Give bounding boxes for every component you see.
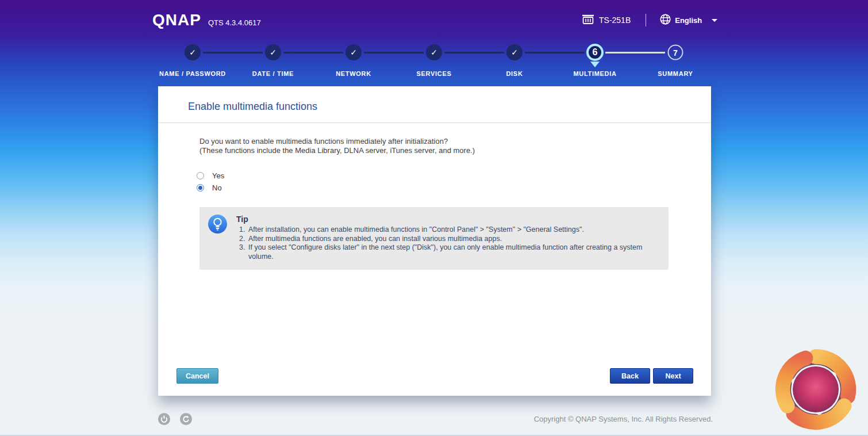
chevron-down-icon	[712, 19, 717, 22]
header-right: TS-251B English	[582, 13, 717, 28]
question-line-2: (These functions include the Media Libra…	[199, 146, 669, 155]
tip-list: After installation, you can enable multi…	[236, 225, 655, 261]
wizard-step-disk: ✓ DISK	[474, 41, 555, 77]
step-label: MULTIMEDIA	[555, 70, 635, 77]
lightbulb-icon	[208, 215, 227, 236]
step-connector	[283, 52, 343, 53]
page-title: Enable multimedia functions	[158, 86, 711, 123]
wizard-step-multimedia: 6 MULTIMEDIA	[555, 41, 635, 77]
wizard-step-network: ✓ NETWORK	[313, 41, 394, 77]
wizard-step-date-time: ✓ DATE / TIME	[233, 41, 313, 77]
title-divider	[158, 123, 711, 123]
radio-option-yes[interactable]: Yes	[197, 170, 711, 182]
back-button[interactable]: Back	[610, 368, 650, 384]
device-model-label: TS-251B	[599, 16, 631, 25]
tip-box: Tip After installation, you can enable m…	[199, 207, 669, 270]
app-header: QNAP QTS 4.3.4.0617	[152, 13, 261, 28]
question-text: Do you want to enable multimedia functio…	[199, 137, 669, 155]
step-check-icon: ✓	[426, 44, 442, 60]
step-number: 6	[586, 44, 604, 61]
wizard-step-summary: 7 SUMMARY	[635, 41, 716, 77]
globe-icon	[660, 14, 671, 26]
step-label: SUMMARY	[635, 70, 716, 77]
qnap-logo: QNAP	[152, 13, 201, 28]
step-label: SERVICES	[394, 70, 474, 77]
language-selector[interactable]: English	[660, 14, 717, 26]
restart-icon[interactable]	[180, 413, 192, 425]
step-label: DATE / TIME	[233, 70, 313, 77]
step-connector	[364, 52, 424, 53]
page-footer: Copyright © QNAP Systems, Inc. All Right…	[0, 408, 868, 436]
wizard-content-card: Enable multimedia functions Do you want …	[158, 86, 711, 396]
swirl-logo	[773, 346, 859, 433]
language-label: English	[675, 16, 702, 25]
step-label: DISK	[474, 70, 555, 77]
power-icon[interactable]	[158, 413, 170, 425]
step-connector	[203, 52, 263, 53]
step-label: NAME / PASSWORD	[152, 70, 233, 77]
tip-title: Tip	[236, 215, 655, 224]
step-label: NETWORK	[313, 70, 394, 77]
radio-label-yes: Yes	[212, 171, 224, 180]
copyright-text: Copyright © QNAP Systems, Inc. All Right…	[534, 415, 713, 423]
active-step-pointer-icon	[590, 62, 600, 67]
step-connector	[444, 52, 504, 53]
step-connector	[605, 52, 665, 53]
question-line-1: Do you want to enable multimedia functio…	[199, 137, 669, 146]
step-check-icon: ✓	[265, 44, 281, 60]
radio-button-no[interactable]	[197, 184, 204, 192]
tip-item: If you select "Configure disks later" in…	[247, 243, 655, 261]
step-check-icon: ✓	[185, 44, 201, 60]
qts-version: QTS 4.3.4.0617	[208, 18, 261, 28]
step-connector	[525, 52, 585, 53]
radio-button-yes[interactable]	[197, 172, 204, 179]
step-check-icon: ✓	[506, 44, 523, 60]
radio-option-no[interactable]: No	[197, 182, 711, 194]
header-divider	[646, 14, 646, 26]
device-indicator: TS-251B	[582, 14, 631, 26]
step-check-icon: ✓	[345, 44, 362, 60]
wizard-step-name-password: ✓ NAME / PASSWORD	[152, 41, 233, 77]
cancel-button[interactable]: Cancel	[176, 368, 218, 384]
step-number: 7	[668, 45, 683, 60]
next-button[interactable]: Next	[653, 368, 693, 384]
multimedia-option-group: Yes No	[197, 170, 711, 194]
setup-wizard-stepper: ✓ NAME / PASSWORD ✓ DATE / TIME ✓ NETWOR…	[152, 41, 716, 77]
nas-device-icon	[582, 14, 594, 26]
tip-item: After multimedia functions are enabled, …	[247, 235, 655, 244]
wizard-step-services: ✓ SERVICES	[394, 41, 474, 77]
tip-item: After installation, you can enable multi…	[247, 225, 655, 235]
radio-label-no: No	[212, 183, 222, 192]
